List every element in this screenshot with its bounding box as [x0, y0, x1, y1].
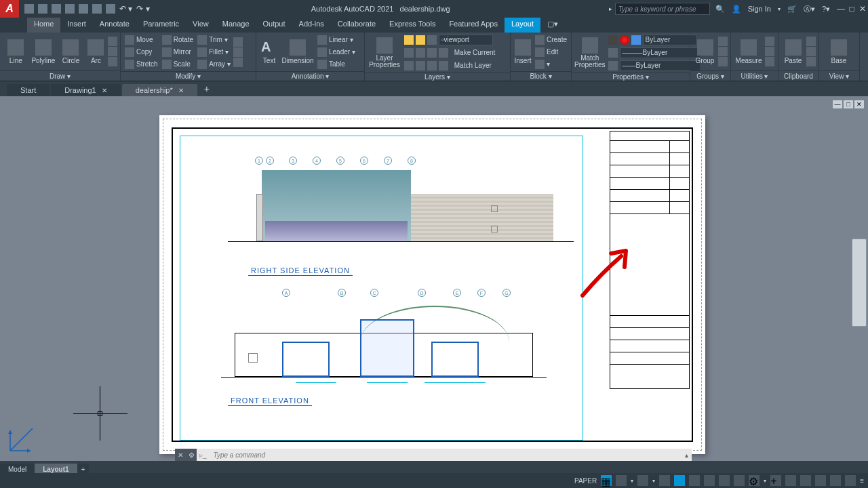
- stretch-button[interactable]: Stretch: [123, 58, 159, 70]
- qat-open-icon[interactable]: [38, 4, 47, 14]
- rotate-button[interactable]: Rotate: [161, 34, 195, 45]
- leader-button[interactable]: Leader ▾: [316, 46, 357, 58]
- tab-annotate[interactable]: Annotate: [93, 18, 136, 33]
- command-input[interactable]: [210, 451, 681, 459]
- status-isolate-icon[interactable]: [815, 475, 826, 486]
- doc-close-button[interactable]: ✕: [854, 100, 864, 108]
- panel-utilities-title[interactable]: Utilities ▾: [731, 70, 778, 81]
- close-button[interactable]: ✕: [857, 4, 868, 14]
- modify-extra1-icon[interactable]: [233, 37, 243, 47]
- draw-extra3-icon[interactable]: [108, 57, 117, 66]
- panel-view-title[interactable]: View ▾: [819, 70, 859, 81]
- status-lwt-icon[interactable]: [704, 475, 715, 486]
- qat-saveas-icon[interactable]: [65, 4, 75, 14]
- base-button[interactable]: Base: [822, 34, 856, 69]
- panel-draw-title[interactable]: Draw ▾: [0, 70, 120, 81]
- block-attr-button[interactable]: ▾: [534, 58, 568, 70]
- measure-button[interactable]: Measure: [734, 34, 764, 69]
- status-units-icon[interactable]: [800, 475, 811, 486]
- scale-button[interactable]: Scale: [161, 58, 195, 70]
- app-logo[interactable]: A: [0, 0, 19, 18]
- insert-button[interactable]: Insert: [513, 35, 532, 70]
- modify-extra2-icon[interactable]: [233, 47, 243, 57]
- mirror-button[interactable]: Mirror: [161, 46, 195, 58]
- qat-new-icon[interactable]: [24, 4, 34, 14]
- match-layer-button[interactable]: Match Layer: [403, 60, 496, 71]
- status-osnap-icon[interactable]: [674, 475, 685, 486]
- status-paper[interactable]: PAPER: [574, 477, 597, 485]
- layout-viewport[interactable]: 1 2 3 4 5 6 7 8 RIGHT SIDE ELEVATION: [180, 136, 583, 441]
- cmdline-customize-icon[interactable]: ⚙: [186, 449, 197, 461]
- qat-redo-arrow[interactable]: ↷ ▾: [136, 4, 149, 14]
- panel-annotation-title[interactable]: Annotation ▾: [256, 71, 364, 81]
- group-ico1[interactable]: [718, 37, 728, 46]
- arc-button[interactable]: Arc: [85, 34, 106, 69]
- cart-icon[interactable]: 🛒: [787, 5, 797, 14]
- filetab-drawing1[interactable]: Drawing1✕: [51, 84, 120, 96]
- tab-layout[interactable]: Layout: [505, 18, 540, 33]
- linetype-dropdown[interactable]: ——— ByLayer: [620, 47, 701, 58]
- paste-button[interactable]: Paste: [781, 34, 805, 69]
- close-icon[interactable]: ✕: [102, 87, 107, 94]
- layer-state1-icon[interactable]: [404, 35, 414, 45]
- status-drop1[interactable]: ▾: [631, 478, 633, 484]
- cmdline-recent-icon[interactable]: ▴: [681, 449, 692, 461]
- tab-insert[interactable]: Insert: [60, 18, 93, 33]
- status-grid-icon[interactable]: ▦: [601, 475, 612, 486]
- table-button[interactable]: Table: [316, 58, 357, 70]
- group-ico2[interactable]: [718, 47, 728, 56]
- block-edit-button[interactable]: Edit: [534, 46, 568, 58]
- panel-clipboard-title[interactable]: Clipboard: [778, 70, 818, 81]
- status-transparency-icon[interactable]: [719, 475, 730, 486]
- tab-extra[interactable]: ▢▾: [540, 18, 565, 33]
- draw-extra1-icon[interactable]: [108, 37, 117, 46]
- status-annoscale-icon[interactable]: ⚙: [749, 475, 760, 486]
- trim-button[interactable]: Trim ▾: [196, 34, 232, 45]
- clip-ico3[interactable]: [806, 57, 816, 66]
- util-ico2[interactable]: [765, 47, 774, 56]
- filetab-dealership[interactable]: dealership*✕: [122, 84, 197, 96]
- layer-state3-icon[interactable]: [427, 35, 437, 45]
- tab-home[interactable]: Home: [27, 18, 60, 33]
- help-icon[interactable]: ?▾: [822, 5, 830, 14]
- tab-featuredapps[interactable]: Featured Apps: [442, 18, 505, 33]
- lineweight-dropdown[interactable]: —— ByLayer: [620, 60, 701, 71]
- panel-groups-title[interactable]: Groups ▾: [690, 70, 730, 81]
- color-wheel-icon[interactable]: [620, 35, 629, 45]
- status-clean-icon[interactable]: [845, 475, 856, 486]
- doc-minimize-button[interactable]: —: [833, 100, 842, 108]
- dimension-button[interactable]: Dimension: [281, 35, 315, 70]
- drawing-canvas[interactable]: — □ ✕ 1 2 3 4 5 6 7 8: [0, 96, 868, 461]
- qat-undo-icon[interactable]: [92, 4, 102, 14]
- prop-ico1[interactable]: [608, 35, 618, 45]
- tab-expresstools[interactable]: Express Tools: [382, 18, 442, 33]
- color-dropdown[interactable]: ByLayer: [643, 35, 697, 45]
- panel-block-title[interactable]: Block ▾: [511, 71, 571, 81]
- qat-redo-icon[interactable]: [106, 4, 115, 14]
- linear-button[interactable]: Linear ▾: [316, 34, 357, 45]
- doc-maximize-button[interactable]: □: [844, 100, 853, 108]
- dropdown-icon[interactable]: ▾: [778, 6, 781, 12]
- minimize-button[interactable]: —: [835, 4, 846, 14]
- status-polar-icon[interactable]: [659, 475, 670, 486]
- qat-undo-arrow[interactable]: ↶ ▾: [119, 4, 132, 14]
- status-qp-icon[interactable]: [734, 475, 745, 486]
- group-ico3[interactable]: [718, 57, 728, 66]
- search-input[interactable]: Type a keyword or phrase: [615, 3, 710, 15]
- tab-collaborate[interactable]: Collaborate: [331, 18, 382, 33]
- status-ortho-icon[interactable]: [637, 475, 648, 486]
- array-button[interactable]: Array ▾: [196, 58, 232, 70]
- clip-ico2[interactable]: [806, 47, 816, 56]
- fillet-button[interactable]: Fillet ▾: [196, 46, 232, 58]
- navigation-bar[interactable]: [852, 239, 867, 327]
- panel-layers-title[interactable]: Layers ▾: [365, 73, 510, 81]
- lineweight-icon[interactable]: [608, 61, 618, 70]
- add-tab-button[interactable]: +: [199, 81, 215, 96]
- user-icon[interactable]: 👤: [732, 5, 741, 14]
- linetype-icon[interactable]: [608, 48, 618, 58]
- text-button[interactable]: AText: [259, 35, 279, 70]
- move-button[interactable]: Move: [123, 34, 159, 45]
- command-line[interactable]: ✕ ⚙ ▹_ ▴: [175, 449, 692, 461]
- tab-manage[interactable]: Manage: [216, 18, 256, 33]
- tab-parametric[interactable]: Parametric: [136, 18, 186, 33]
